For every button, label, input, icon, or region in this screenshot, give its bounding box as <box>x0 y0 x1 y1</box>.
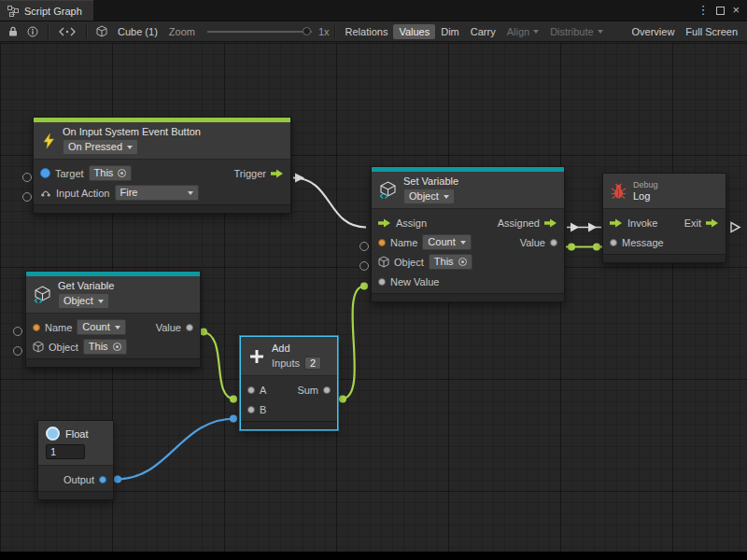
overview-button[interactable]: Overview <box>627 24 681 39</box>
lock-icon[interactable] <box>4 26 22 36</box>
info-icon[interactable] <box>22 26 43 37</box>
new-value-port[interactable] <box>378 278 386 286</box>
target-object-value: This <box>94 167 114 179</box>
getvar-object-input-port[interactable] <box>13 346 22 356</box>
target-object-chip[interactable]: This <box>89 165 133 181</box>
invoke-row: Invoke Exit <box>603 213 726 232</box>
message-port[interactable] <box>610 239 617 246</box>
toolbar-divider <box>48 24 49 38</box>
name-row: Name Count Value <box>26 317 200 337</box>
zoom-slider[interactable] <box>207 31 312 33</box>
variable-scope-dropdown[interactable]: Object <box>58 293 109 309</box>
setvar-object-input-port[interactable] <box>359 261 369 271</box>
variable-name-dropdown[interactable]: Count <box>422 234 471 250</box>
getvar-name-input-port[interactable] <box>13 327 22 336</box>
object-picker-icon <box>118 169 126 177</box>
exit-port-icon[interactable] <box>706 218 719 228</box>
align-button[interactable]: Align <box>501 24 544 39</box>
values-button[interactable]: Values <box>393 24 435 39</box>
object-picker-icon <box>113 343 121 351</box>
gameobject-icon <box>40 168 50 178</box>
bug-icon <box>611 183 627 200</box>
value-label: Value <box>156 322 181 333</box>
output-port[interactable] <box>99 476 106 483</box>
invoke-port-icon[interactable] <box>610 218 623 228</box>
variable-name-value: Count <box>428 236 455 248</box>
node-get-variable[interactable]: Get Variable Object Name Count Value Obj… <box>25 271 201 368</box>
node-add[interactable]: Add Inputs 2 A Sum B <box>240 336 338 430</box>
event-mode-dropdown[interactable]: On Pressed <box>63 139 138 155</box>
tab-script-graph[interactable]: Script Graph <box>0 0 93 21</box>
chevron-down-icon <box>127 146 133 149</box>
b-port[interactable] <box>247 406 255 413</box>
input-action-dropdown[interactable]: Fire <box>115 185 199 201</box>
variable-scope-value: Object <box>63 295 93 307</box>
new-value-row: New Value <box>372 272 564 291</box>
event-action-input-port[interactable] <box>22 192 32 202</box>
a-row: A Sum <box>241 380 337 399</box>
node-title: Float <box>65 428 88 440</box>
chevron-down-icon <box>188 191 193 195</box>
float-value-field[interactable]: 1 <box>46 444 85 459</box>
value-output-port[interactable] <box>186 324 193 331</box>
dim-button[interactable]: Dim <box>435 24 465 39</box>
trigger-label: Trigger <box>234 168 266 179</box>
inputs-count-field[interactable]: 2 <box>304 357 321 370</box>
chevron-down-icon <box>598 30 603 34</box>
node-float[interactable]: Float 1 Output <box>37 420 114 500</box>
variable-scope-value: Object <box>409 190 439 203</box>
sum-port[interactable] <box>323 386 331 394</box>
a-port[interactable] <box>247 386 255 394</box>
assigned-port-icon[interactable] <box>544 218 557 228</box>
node-footer <box>603 254 726 262</box>
cube-outline-icon <box>33 341 44 353</box>
carry-button[interactable]: Carry <box>465 24 501 39</box>
window-bottom-edge <box>0 552 747 560</box>
window-tab-bar: Script Graph ⋮ × <box>0 0 747 21</box>
name-label: Name <box>390 237 417 248</box>
inputs-label: Inputs <box>272 357 300 369</box>
close-icon[interactable]: × <box>732 0 740 21</box>
name-label: Name <box>45 322 72 333</box>
window-controls: ⋮ × <box>697 0 747 21</box>
name-port[interactable] <box>33 324 40 331</box>
fullscreen-button[interactable]: Full Screen <box>680 24 743 39</box>
graph-target-button[interactable]: Cube (1) <box>112 24 163 39</box>
event-target-input-port[interactable] <box>22 173 32 182</box>
object-target-chip[interactable]: This <box>83 339 127 355</box>
relations-button[interactable]: Relations <box>340 24 394 39</box>
node-footer <box>38 491 113 499</box>
node-footer <box>372 293 564 301</box>
variable-scope-dropdown[interactable]: Object <box>403 189 455 204</box>
maximize-icon[interactable] <box>716 7 725 15</box>
assign-port-icon[interactable] <box>378 218 391 228</box>
setvar-name-input-port[interactable] <box>359 242 369 251</box>
node-on-input-system-event[interactable]: On Input System Event Button On Pressed … <box>33 117 291 214</box>
message-label: Message <box>622 237 664 248</box>
node-debug-log[interactable]: Debug Log Invoke Exit Message <box>602 173 726 263</box>
distribute-button[interactable]: Distribute <box>544 24 608 39</box>
trigger-port-icon[interactable] <box>271 169 284 178</box>
cube-icon <box>92 25 112 37</box>
node-title: Set Variable <box>403 175 458 187</box>
object-target-value: This <box>89 341 108 353</box>
value-output-port[interactable] <box>550 239 557 246</box>
target-row: Target This Trigger <box>34 163 290 183</box>
output-label: Output <box>63 474 94 485</box>
name-port[interactable] <box>378 239 386 246</box>
code-icon[interactable] <box>53 27 81 36</box>
object-row: Object This <box>372 252 564 272</box>
kebab-menu-icon[interactable]: ⋮ <box>697 0 709 21</box>
assign-label: Assign <box>396 217 427 229</box>
node-title: Get Variable <box>58 280 114 291</box>
variable-name-dropdown[interactable]: Count <box>77 319 125 335</box>
node-title: Add <box>272 343 290 354</box>
variable-name-value: Count <box>82 321 109 333</box>
plus-icon <box>248 348 265 365</box>
object-row: Object This <box>26 337 200 357</box>
chevron-down-icon <box>444 195 449 199</box>
object-target-chip[interactable]: This <box>429 254 472 270</box>
message-row: Message <box>603 232 726 252</box>
zoom-knob[interactable] <box>303 27 311 35</box>
node-set-variable[interactable]: Set Variable Object Assign Assigned Name… <box>371 166 565 302</box>
